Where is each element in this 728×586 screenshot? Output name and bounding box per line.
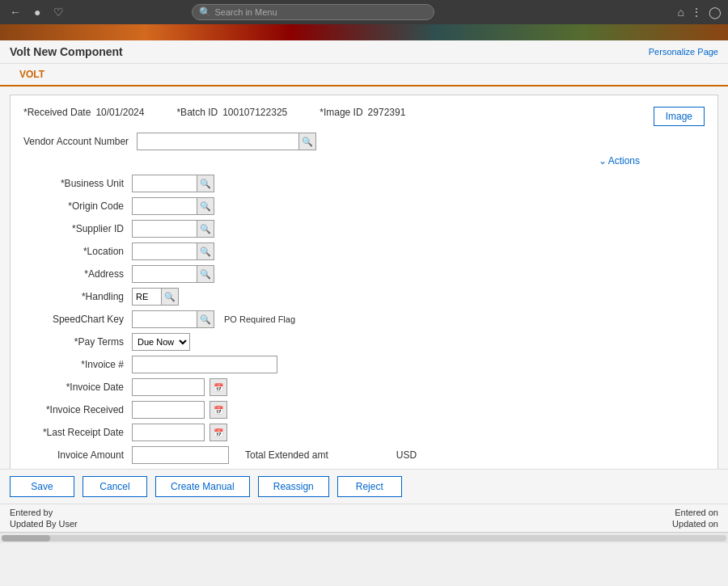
location-input[interactable] (132, 242, 197, 260)
invoice-date-row: *Invoice Date 10/01/2024 📅 (23, 378, 705, 396)
form-panel: *Received Date 10/01/2024 *Batch ID 1001… (10, 95, 718, 469)
image-id-value: 2972391 (368, 107, 406, 118)
invoice-num-input[interactable]: 2885730000-09252024 (132, 356, 277, 373)
speedchart-label: SpeedChart Key (23, 314, 129, 325)
invoice-amount-label: Invoice Amount (23, 449, 129, 461)
business-unit-search-btn[interactable]: 🔍 (197, 175, 214, 192)
save-button[interactable]: Save (10, 476, 74, 497)
location-input-group: 🔍 (132, 242, 214, 260)
location-search-btn[interactable]: 🔍 (197, 242, 214, 260)
last-receipt-calendar-btn[interactable]: 📅 (210, 424, 227, 441)
handling-search-btn[interactable]: 🔍 (161, 288, 179, 306)
received-date-group: *Received Date 10/01/2024 (23, 107, 144, 118)
supplier-id-row: *Supplier ID 🔍 (23, 220, 705, 238)
handling-input-group: 🔍 (132, 288, 179, 306)
browser-bar: ← ● ♡ 🔍 ⌂ ⋮ ◯ (0, 0, 728, 24)
scroll-thumb[interactable] (2, 535, 50, 542)
invoice-num-row: *Invoice # 2885730000-09252024 (23, 356, 705, 373)
main-content: *Received Date 10/01/2024 *Batch ID 1001… (0, 86, 728, 469)
settings-icon[interactable]: ◯ (709, 6, 722, 19)
invoice-received-label: *Invoice Received (23, 404, 129, 415)
last-receipt-label: *Last Receipt Date (23, 427, 129, 438)
decorative-banner (0, 24, 728, 40)
image-id-label: *Image ID (320, 107, 362, 118)
speedchart-search-btn[interactable]: 🔍 (197, 310, 214, 328)
home-icon[interactable]: ⌂ (678, 6, 684, 19)
location-row: *Location 🔍 (23, 242, 705, 260)
footer-right: Entered on Updated on (672, 508, 718, 529)
invoice-received-calendar-btn[interactable]: 📅 (210, 401, 227, 419)
search-bar[interactable]: 🔍 (192, 4, 434, 20)
image-id-group: *Image ID 2972391 (320, 107, 405, 118)
entered-on-label: Entered on (672, 508, 718, 517)
create-manual-button[interactable]: Create Manual (155, 476, 250, 497)
personalize-link[interactable]: Personalize Page (649, 47, 718, 57)
invoice-received-row: *Invoice Received 📅 (23, 401, 705, 419)
origin-code-label: *Origin Code (23, 200, 129, 212)
total-extended-label: Total Extended amt (245, 449, 328, 461)
vendor-account-row: Vendor Account Number 🔍 (23, 133, 705, 150)
vendor-account-search-btn[interactable]: 🔍 (298, 133, 316, 150)
address-input[interactable] (132, 265, 197, 283)
reject-button[interactable]: Reject (337, 476, 402, 497)
handling-row: *Handling 🔍 (23, 288, 705, 306)
actions-link[interactable]: ⌄ Actions (599, 155, 640, 167)
footer-info: Entered by Updated By User Entered on Up… (0, 504, 728, 532)
currency-label: USD (396, 449, 417, 461)
horizontal-scrollbar[interactable] (0, 532, 728, 543)
pay-terms-select[interactable]: Due Now Net 30 Net 60 (132, 333, 190, 351)
pay-terms-label: *Pay Terms (23, 336, 129, 348)
batch-id-label: *Batch ID (176, 107, 218, 118)
tab-bar: VOLT (0, 64, 728, 86)
po-flag-label: PO Required Flag (224, 314, 295, 324)
address-label: *Address (23, 268, 129, 280)
invoice-amount-input[interactable]: 2364.71 (132, 446, 229, 464)
scroll-track (2, 535, 726, 542)
search-input[interactable] (214, 7, 376, 17)
handling-input[interactable] (132, 288, 161, 306)
speedchart-row: SpeedChart Key 🔍 PO Required Flag (23, 310, 705, 328)
speedchart-input[interactable] (132, 310, 197, 328)
invoice-num-label: *Invoice # (23, 359, 129, 370)
invoice-amount-row: Invoice Amount 2364.71 Total Extended am… (23, 446, 705, 464)
speedchart-input-group: 🔍 (132, 310, 214, 328)
chevron-down-icon: ⌄ (599, 155, 607, 167)
origin-code-input[interactable] (132, 197, 197, 215)
footer-left: Entered by Updated By User (10, 508, 78, 529)
search-icon: 🔍 (199, 6, 211, 18)
invoice-date-input[interactable]: 10/01/2024 (132, 378, 205, 396)
business-unit-input-group: 🔍 (132, 175, 214, 192)
tab-volt[interactable]: VOLT (10, 64, 54, 86)
history-button[interactable]: ● (31, 4, 44, 20)
supplier-id-label: *Supplier ID (23, 223, 129, 234)
image-button[interactable]: Image (654, 107, 705, 126)
action-bar: Save Cancel Create Manual Reassign Rejec… (0, 469, 728, 504)
invoice-received-input[interactable] (132, 401, 205, 419)
origin-code-input-group: 🔍 (132, 197, 214, 215)
vendor-account-input[interactable] (137, 133, 298, 150)
supplier-id-search-btn[interactable]: 🔍 (197, 220, 214, 238)
origin-code-search-btn[interactable]: 🔍 (197, 197, 214, 215)
supplier-id-input[interactable] (132, 220, 197, 238)
received-date-value: 10/01/2024 (95, 107, 144, 118)
updated-by-label: Updated By User (10, 519, 78, 529)
address-input-group: 🔍 (132, 265, 214, 283)
business-unit-input[interactable] (132, 175, 197, 192)
origin-code-row: *Origin Code 🔍 (23, 197, 705, 215)
last-receipt-input[interactable]: 10/01/2024 (132, 424, 205, 441)
address-row: *Address 🔍 (23, 265, 705, 283)
vendor-account-input-group: 🔍 (137, 133, 316, 150)
top-info-row: *Received Date 10/01/2024 *Batch ID 1001… (23, 107, 705, 126)
received-date-label: *Received Date (23, 107, 91, 118)
handling-label: *Handling (23, 291, 129, 302)
reassign-button[interactable]: Reassign (258, 476, 329, 497)
invoice-date-calendar-btn[interactable]: 📅 (210, 378, 227, 396)
back-button[interactable]: ← (6, 4, 24, 20)
business-unit-row: *Business Unit 🔍 (23, 175, 705, 192)
supplier-id-input-group: 🔍 (132, 220, 214, 238)
bookmark-button[interactable]: ♡ (50, 4, 67, 20)
pay-terms-row: *Pay Terms Due Now Net 30 Net 60 (23, 333, 705, 351)
cancel-button[interactable]: Cancel (83, 476, 147, 497)
address-search-btn[interactable]: 🔍 (197, 265, 214, 283)
menu-icon[interactable]: ⋮ (691, 6, 702, 19)
